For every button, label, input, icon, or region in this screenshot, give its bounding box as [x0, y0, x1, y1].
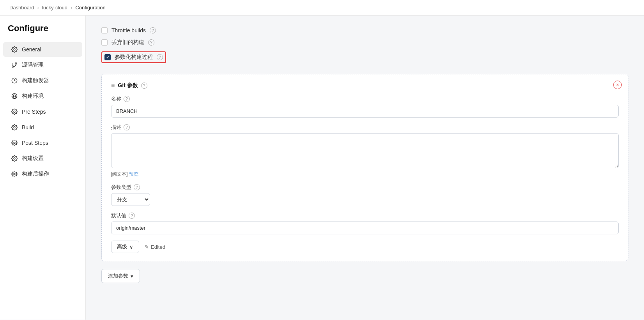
parameterize-row-wrapper: 参数化构建过程 ?	[101, 51, 628, 69]
sidebar-label-postops: 构建后操作	[22, 171, 49, 178]
advanced-button[interactable]: 高级 ∨	[111, 241, 139, 253]
svg-point-8	[14, 127, 15, 128]
svg-point-2	[15, 63, 17, 64]
clock-icon	[11, 77, 18, 84]
breadcrumb-project[interactable]: lucky-cloud	[42, 5, 67, 11]
sidebar-item-source[interactable]: 源码管理	[3, 58, 82, 72]
gear-icon	[11, 46, 18, 53]
main-content: Throttle builds ? 丢弃旧的构建 ? 参数化构建过程 ? × ≡…	[86, 16, 644, 320]
param-type-field-group: 参数类型 ? 分支 标签 修订 PR	[111, 184, 619, 206]
edit-pencil-icon: ✎	[145, 244, 149, 250]
param-type-help-icon[interactable]: ?	[134, 184, 140, 190]
sidebar-label-presteps: Pre Steps	[22, 109, 46, 115]
default-value-input[interactable]	[111, 222, 619, 234]
card-footer: 高级 ∨ ✎ Edited	[111, 241, 619, 253]
sidebar-item-triggers[interactable]: 构建触发器	[3, 73, 82, 88]
postops-icon	[11, 171, 18, 178]
svg-point-10	[14, 158, 15, 159]
sidebar-item-env[interactable]: 构建环境	[3, 89, 82, 104]
presteps-icon	[11, 108, 18, 115]
description-field-label: 描述 ?	[111, 124, 619, 131]
add-param-button[interactable]: 添加参数 ▾	[101, 269, 140, 283]
default-value-help-icon[interactable]: ?	[129, 213, 135, 219]
card-title: Git 参数	[118, 82, 138, 89]
svg-point-9	[14, 142, 15, 144]
parameterize-builds-row: 参数化构建过程 ?	[101, 51, 166, 63]
throttle-builds-label: Throttle builds	[111, 27, 146, 33]
name-field-group: 名称 ?	[111, 95, 619, 118]
poststeps-icon	[11, 139, 18, 146]
sidebar-item-presteps[interactable]: Pre Steps	[3, 104, 82, 119]
default-value-label: 默认值 ?	[111, 212, 619, 219]
name-input[interactable]	[111, 105, 619, 118]
sidebar-item-poststeps[interactable]: Post Steps	[3, 135, 82, 150]
sidebar: Configure General 源码管理 构建触发器 构建环境	[0, 16, 86, 320]
sidebar-label-env: 构建环境	[22, 93, 44, 100]
default-value-field-group: 默认值 ?	[111, 212, 619, 234]
svg-point-3	[12, 66, 14, 67]
sidebar-label-triggers: 构建触发器	[22, 77, 49, 84]
param-card: × ≡ Git 参数 ? 名称 ? 描述 ?	[101, 74, 628, 261]
parameterize-builds-label: 参数化构建过程	[115, 54, 153, 61]
sidebar-label-general: General	[22, 46, 41, 53]
sidebar-title: Configure	[0, 23, 85, 41]
parameterize-builds-checkbox[interactable]	[104, 54, 111, 60]
sidebar-item-postops[interactable]: 构建后操作	[3, 167, 82, 181]
add-param-label: 添加参数	[108, 273, 128, 280]
svg-point-11	[14, 173, 15, 175]
throttle-builds-row: Throttle builds ?	[101, 27, 628, 33]
name-field-label: 名称 ?	[111, 95, 619, 102]
parameterize-help-icon[interactable]: ?	[157, 54, 163, 60]
text-mode-label: [纯文本]	[111, 171, 128, 177]
breadcrumb-sep-1: ›	[37, 5, 39, 11]
breadcrumb-current: Configuration	[75, 5, 105, 11]
preview-link[interactable]: 预览	[129, 171, 138, 177]
drag-handle-icon[interactable]: ≡	[111, 82, 115, 89]
breadcrumb-sep-2: ›	[71, 5, 72, 11]
build-icon	[11, 124, 18, 131]
discard-builds-label: 丢弃旧的构建	[111, 39, 144, 46]
param-type-label: 参数类型 ?	[111, 184, 619, 191]
advanced-button-label: 高级	[117, 243, 127, 250]
throttle-help-icon[interactable]: ?	[150, 27, 156, 33]
svg-point-0	[14, 49, 15, 50]
card-header: ≡ Git 参数 ?	[111, 82, 619, 89]
sidebar-label-poststeps: Post Steps	[22, 140, 48, 146]
description-help-icon[interactable]: ?	[124, 124, 130, 130]
breadcrumb: Dashboard › lucky-cloud › Configuration	[0, 0, 644, 16]
edited-tag: ✎ Edited	[145, 244, 165, 250]
sidebar-item-build[interactable]: Build	[3, 120, 82, 135]
description-textarea[interactable]	[111, 133, 619, 168]
card-close-button[interactable]: ×	[613, 81, 622, 89]
discard-help-icon[interactable]: ?	[148, 39, 154, 46]
branch-icon	[11, 62, 18, 69]
breadcrumb-dashboard[interactable]: Dashboard	[9, 5, 34, 11]
sidebar-item-general[interactable]: General	[3, 42, 82, 57]
card-title-help-icon[interactable]: ?	[141, 83, 147, 89]
settings-icon	[11, 155, 18, 162]
svg-point-7	[14, 111, 15, 113]
sidebar-label-source: 源码管理	[22, 62, 44, 69]
globe-icon	[11, 93, 18, 100]
edited-label: Edited	[151, 244, 165, 250]
description-field-group: 描述 ? [纯文本] 预览	[111, 124, 619, 178]
throttle-builds-checkbox[interactable]	[101, 27, 108, 33]
discard-builds-checkbox[interactable]	[101, 39, 108, 46]
sidebar-label-settings: 构建设置	[22, 155, 44, 162]
discard-builds-row: 丢弃旧的构建 ?	[101, 39, 628, 46]
text-mode-bar: [纯文本] 预览	[111, 171, 619, 178]
sidebar-label-build: Build	[22, 124, 34, 130]
add-param-dropdown-icon: ▾	[131, 273, 133, 279]
name-help-icon[interactable]: ?	[124, 96, 130, 102]
sidebar-item-settings[interactable]: 构建设置	[3, 151, 82, 166]
chevron-down-icon: ∨	[129, 244, 133, 250]
param-type-select[interactable]: 分支 标签 修订 PR	[111, 193, 150, 206]
